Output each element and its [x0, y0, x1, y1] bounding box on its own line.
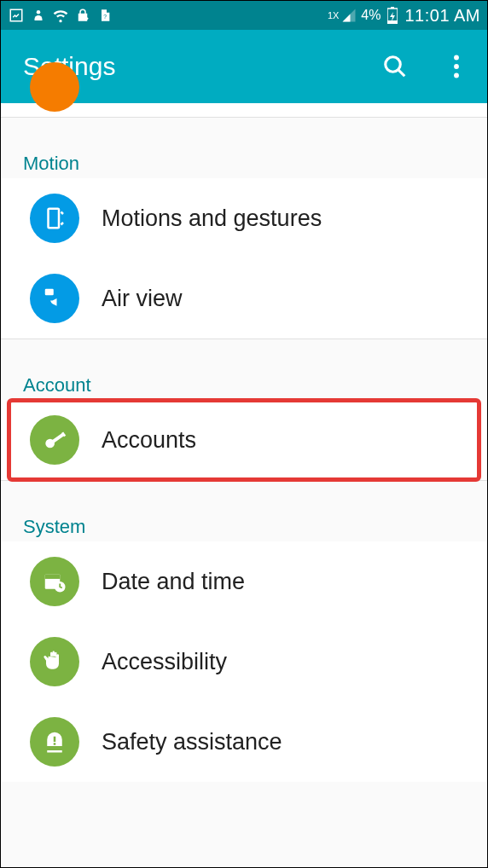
- lock-icon: [74, 7, 91, 24]
- battery-charging-icon: [384, 7, 401, 24]
- svg-rect-21: [54, 743, 56, 745]
- motions-gestures-icon: [30, 194, 79, 243]
- settings-item-motions-gestures[interactable]: Motions and gestures: [1, 178, 487, 258]
- settings-item-safety-assistance[interactable]: Safety assistance: [1, 702, 487, 782]
- section-header-account: Account: [1, 366, 487, 400]
- more-icon[interactable]: [443, 53, 470, 80]
- safety-alert-icon: [30, 717, 79, 767]
- battery-percentage: 4%: [361, 8, 381, 23]
- settings-item-air-view[interactable]: Air view: [1, 258, 487, 339]
- person-icon: [30, 7, 47, 24]
- settings-item-accessibility[interactable]: Accessibility: [1, 622, 487, 702]
- svg-point-6: [386, 57, 401, 72]
- accessibility-hand-icon: [30, 637, 79, 686]
- section-header-system: System: [1, 507, 487, 541]
- svg-rect-20: [54, 737, 56, 742]
- svg-rect-5: [387, 20, 398, 24]
- svg-rect-11: [49, 209, 60, 229]
- svg-point-8: [454, 55, 459, 61]
- search-icon[interactable]: [381, 53, 409, 80]
- svg-rect-4: [391, 7, 394, 9]
- partial-previous-item[interactable]: [1, 103, 487, 117]
- item-label: Air view: [102, 286, 183, 312]
- svg-rect-17: [45, 574, 61, 578]
- air-view-icon: [30, 274, 79, 323]
- item-label: Date and time: [102, 569, 245, 595]
- item-label: Accessibility: [102, 649, 227, 675]
- svg-point-10: [454, 73, 459, 78]
- svg-point-1: [37, 10, 41, 14]
- settings-item-date-time[interactable]: Date and time: [1, 541, 487, 622]
- unknown-file-icon: ?: [96, 7, 113, 24]
- signal-icon: [340, 7, 357, 24]
- svg-rect-0: [10, 9, 22, 21]
- section-header-motion: Motion: [1, 144, 487, 178]
- settings-item-accounts[interactable]: Accounts: [1, 400, 487, 480]
- accounts-key-icon: [30, 415, 79, 465]
- date-time-icon: [30, 557, 79, 606]
- status-bar: ? 1X 4% 11:01 AM: [1, 1, 487, 30]
- settings-list: Motion Motions and gestures Air view Acc…: [1, 103, 487, 782]
- item-label: Accounts: [102, 427, 196, 454]
- picture-icon: [8, 7, 25, 24]
- network-type: 1X: [328, 10, 339, 20]
- clock: 11:01 AM: [404, 6, 480, 26]
- svg-line-7: [398, 70, 405, 77]
- svg-text:?: ?: [103, 14, 107, 20]
- item-label: Motions and gestures: [102, 205, 322, 232]
- item-label: Safety assistance: [102, 729, 282, 755]
- svg-rect-12: [45, 289, 54, 296]
- svg-point-9: [454, 64, 459, 69]
- wifi-icon: [52, 7, 69, 24]
